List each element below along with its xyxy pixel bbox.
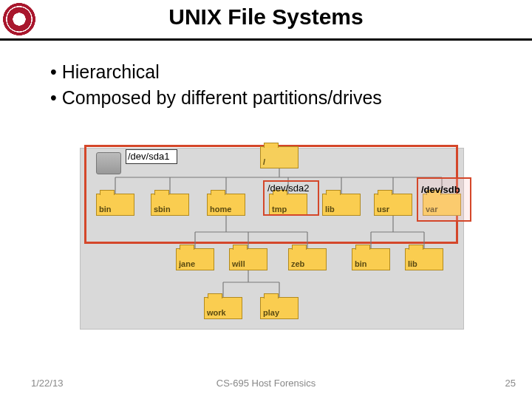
folder-label: play	[263, 308, 279, 317]
device-label-sda2: /dev/sda2	[267, 183, 303, 194]
folder-label: jane	[179, 259, 195, 268]
folder-bin: bin	[96, 194, 134, 216]
folder-usr-lib: lib	[405, 248, 443, 270]
folder-play: play	[260, 297, 299, 319]
folder-label: /	[263, 157, 265, 166]
folder-root: /	[260, 146, 299, 168]
folder-label: lib	[325, 205, 335, 214]
device-label-sda1: /dev/sda1	[126, 149, 177, 164]
bullet-item: Composed by different partitions/drives	[50, 85, 382, 111]
filesystem-diagram: /dev/sda1 / bin sbin home tmp lib usr va…	[80, 132, 464, 330]
folder-jane: jane	[176, 248, 214, 270]
folder-label: will	[232, 259, 245, 268]
folder-label: bin	[99, 205, 112, 214]
hard-disk-icon	[96, 152, 121, 174]
folder-label: usr	[377, 205, 389, 214]
folder-label: home	[210, 205, 231, 214]
folder-label: zeb	[291, 259, 304, 268]
folder-work: work	[204, 297, 242, 319]
footer-page: 25	[505, 378, 516, 389]
folder-label: sbin	[154, 205, 171, 214]
footer-course: CS-695 Host Forensics	[0, 378, 532, 389]
bullet-list: Hierarchical Composed by different parti…	[50, 59, 382, 111]
device-label-sdb: /dev/sdb	[421, 185, 467, 195]
folder-home: home	[207, 194, 245, 216]
folder-label: lib	[408, 259, 417, 268]
folder-usr: usr	[374, 194, 412, 216]
title-underline	[0, 38, 532, 41]
folder-sbin: sbin	[151, 194, 189, 216]
folder-usr-bin: bin	[352, 248, 390, 270]
folder-label: work	[207, 308, 226, 317]
slide-title: UNIX File Systems	[0, 4, 532, 30]
folder-lib: lib	[322, 194, 361, 216]
folder-will: will	[229, 248, 267, 270]
bullet-item: Hierarchical	[50, 59, 382, 85]
folder-label: bin	[355, 259, 367, 268]
folder-zeb: zeb	[288, 248, 327, 270]
